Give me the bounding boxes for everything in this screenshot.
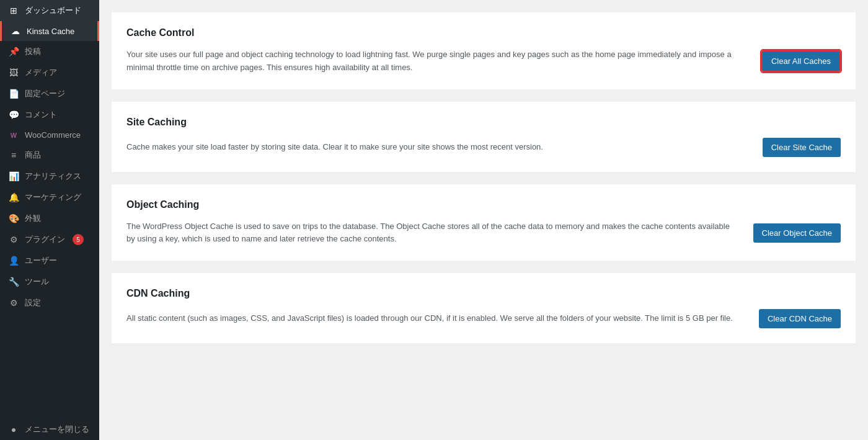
pages-icon: 📄 <box>7 89 20 99</box>
sidebar-item-label: 投稿 <box>25 46 41 57</box>
sidebar-item-collapse[interactable]: ● メニューを閉じる <box>0 419 99 440</box>
main-content: Cache Control Your site uses our full pa… <box>99 0 868 440</box>
clear-cdn-cache-button[interactable]: Clear CDN Cache <box>759 309 841 328</box>
products-icon: ≡ <box>7 150 20 160</box>
cloud-icon: ☁ <box>9 26 22 36</box>
tools-icon: 🔧 <box>7 277 20 287</box>
sidebar-item-label: メディア <box>25 67 57 78</box>
sidebar-item-pages[interactable]: 📄 固定ページ <box>0 83 99 104</box>
collapse-icon: ● <box>7 424 20 434</box>
sidebar-item-plugins[interactable]: ⚙ プラグイン 5 <box>0 229 99 250</box>
sidebar-item-label: アナリティクス <box>25 171 81 182</box>
object-caching-card: Object Caching The WordPress Object Cach… <box>112 184 856 261</box>
sidebar-item-posts[interactable]: 📌 投稿 <box>0 41 99 62</box>
sidebar-item-label: マーケティング <box>25 192 81 203</box>
sidebar-item-analytics[interactable]: 📊 アナリティクス <box>0 166 99 187</box>
sidebar-item-label: コメント <box>25 109 57 120</box>
appearance-icon: 🎨 <box>7 213 20 223</box>
sidebar-item-users[interactable]: 👤 ユーザー <box>0 250 99 271</box>
sidebar-item-woocommerce[interactable]: W WooCommerce <box>0 125 99 145</box>
site-caching-desc: Cache makes your site load faster by sto… <box>126 141 748 154</box>
settings-icon: ⚙ <box>7 298 20 308</box>
cache-control-title: Cache Control <box>126 27 841 38</box>
sidebar-item-appearance[interactable]: 🎨 外観 <box>0 208 99 229</box>
plugins-badge: 5 <box>73 234 84 245</box>
cdn-caching-section: CDN Caching All static content (such as … <box>112 273 856 343</box>
cache-control-body: Your site uses our full page and object … <box>126 48 841 74</box>
sidebar-item-label: ツール <box>25 276 49 287</box>
sidebar-item-label: 外観 <box>25 213 41 224</box>
object-caching-body: The WordPress Object Cache is used to sa… <box>126 220 841 246</box>
sidebar-item-settings[interactable]: ⚙ 設定 <box>0 292 99 313</box>
sidebar-item-label: WooCommerce <box>25 130 81 140</box>
sidebar-item-kinsta-cache[interactable]: ☁ Kinsta Cache <box>0 21 99 41</box>
cache-control-section: Cache Control Your site uses our full pa… <box>112 12 856 89</box>
site-caching-card: Site Caching Cache makes your site load … <box>112 102 856 172</box>
cdn-caching-card: CDN Caching All static content (such as … <box>112 273 856 343</box>
dashboard-icon: ⊞ <box>7 6 20 16</box>
cdn-caching-title: CDN Caching <box>126 288 841 299</box>
users-icon: 👤 <box>7 256 20 266</box>
object-caching-title: Object Caching <box>126 199 841 210</box>
sidebar-item-label: ユーザー <box>25 255 57 266</box>
sidebar: ⊞ ダッシュボード ☁ Kinsta Cache 📌 投稿 🖼 メディア 📄 固… <box>0 0 99 440</box>
sidebar-item-label: 固定ページ <box>25 88 65 99</box>
site-caching-title: Site Caching <box>126 117 841 128</box>
comments-icon: 💬 <box>7 110 20 120</box>
sidebar-item-label: プラグイン <box>25 234 65 245</box>
clear-site-cache-button[interactable]: Clear Site Cache <box>763 138 841 157</box>
clear-object-cache-button[interactable]: Clear Object Cache <box>753 223 841 243</box>
cache-control-desc: Your site uses our full page and object … <box>126 48 746 74</box>
posts-icon: 📌 <box>7 47 20 56</box>
sidebar-item-media[interactable]: 🖼 メディア <box>0 62 99 83</box>
sidebar-item-tools[interactable]: 🔧 ツール <box>0 271 99 292</box>
analytics-icon: 📊 <box>7 171 20 181</box>
sidebar-item-label: 商品 <box>25 150 41 161</box>
sidebar-item-dashboard[interactable]: ⊞ ダッシュボード <box>0 0 99 21</box>
sidebar-item-label: 設定 <box>25 297 41 308</box>
sidebar-item-label: Kinsta Cache <box>27 27 74 36</box>
sidebar-item-label: ダッシュボード <box>25 5 81 16</box>
cache-control-card: Cache Control Your site uses our full pa… <box>112 12 856 89</box>
marketing-icon: 🔔 <box>7 192 20 202</box>
cdn-caching-desc: All static content (such as images, CSS,… <box>126 312 744 325</box>
sidebar-item-products[interactable]: ≡ 商品 <box>0 145 99 166</box>
site-caching-body: Cache makes your site load faster by sto… <box>126 138 841 157</box>
site-caching-section: Site Caching Cache makes your site load … <box>112 102 856 172</box>
sidebar-item-marketing[interactable]: 🔔 マーケティング <box>0 187 99 208</box>
plugins-icon: ⚙ <box>7 235 20 245</box>
woo-icon: W <box>7 132 20 139</box>
clear-all-caches-button[interactable]: Clear All Caches <box>761 50 841 72</box>
sidebar-item-label: メニューを閉じる <box>25 424 89 435</box>
sidebar-item-comments[interactable]: 💬 コメント <box>0 104 99 125</box>
object-caching-section: Object Caching The WordPress Object Cach… <box>112 184 856 261</box>
media-icon: 🖼 <box>7 68 20 78</box>
cdn-caching-body: All static content (such as images, CSS,… <box>126 309 841 328</box>
object-caching-desc: The WordPress Object Cache is used to sa… <box>126 220 738 246</box>
